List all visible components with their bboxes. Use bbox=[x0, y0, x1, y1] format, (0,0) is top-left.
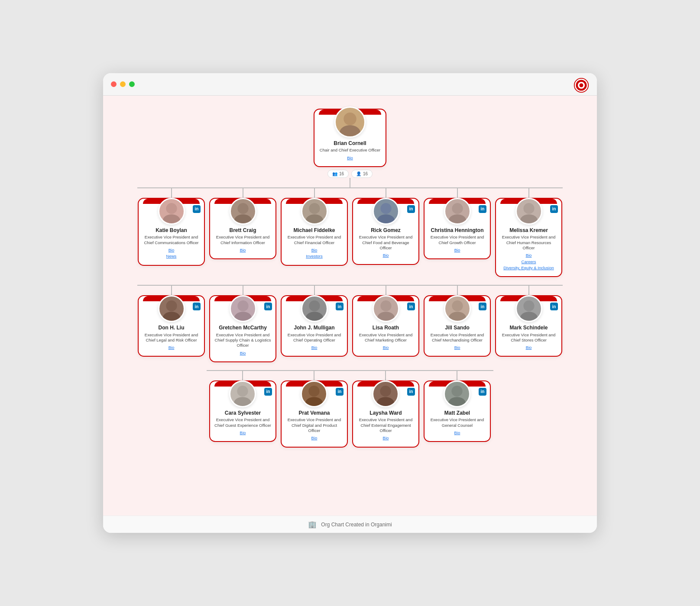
avatar-katie-boylan bbox=[158, 198, 185, 225]
vert-line-katie bbox=[171, 188, 172, 198]
name-laysha-ward: Laysha Ward bbox=[369, 410, 402, 416]
linkedin-badge-mark[interactable]: in bbox=[550, 303, 558, 310]
title-gretchen-mccarthy: Executive Vice President and Chief Suppl… bbox=[214, 332, 271, 348]
link-careers-melissa[interactable]: Careers bbox=[522, 259, 536, 265]
card-jill-sando: in Jill Sando Executive Vice President a… bbox=[424, 295, 491, 357]
col-michael-fiddelke: Michael Fiddelke Executive Vice Presiden… bbox=[281, 188, 348, 266]
link-bio-melissa[interactable]: Bio bbox=[526, 252, 532, 258]
level1-row: in Katie Boylan Executive Vice President… bbox=[119, 188, 581, 277]
svg-point-34 bbox=[380, 386, 391, 396]
card-prat-vemana: in Prat Vemana Executive Vice President … bbox=[281, 380, 348, 448]
svg-point-20 bbox=[237, 300, 248, 311]
linkedin-badge-don[interactable]: in bbox=[193, 303, 201, 310]
avatar-cara-sylvester bbox=[229, 380, 256, 407]
footer-bar: 🏢 Org Chart Created in Organimi bbox=[103, 516, 597, 533]
avatar-melissa-kremer bbox=[515, 198, 542, 225]
linkedin-badge-gretchen[interactable]: in bbox=[264, 303, 272, 310]
name-brett-craig: Brett Craig bbox=[229, 227, 256, 233]
avatar-lisa-roath bbox=[373, 295, 399, 322]
top-node-wrapper: Brian Cornell Chair and Chief Executive … bbox=[314, 109, 386, 178]
linkedin-badge-christina[interactable]: in bbox=[479, 205, 486, 213]
col-christina-hennington: in Christina Hennington Executive Vice P… bbox=[424, 188, 491, 259]
link-bio-don[interactable]: Bio bbox=[169, 345, 175, 351]
avatar-michael-fiddelke bbox=[301, 198, 328, 225]
level2-row: in Don H. Liu Executive Vice President a… bbox=[119, 286, 581, 362]
avatar-mark-schindele bbox=[515, 295, 542, 322]
svg-point-11 bbox=[306, 214, 323, 225]
title-katie-boylan: Executive Vice President and Chief Commu… bbox=[143, 235, 200, 245]
linkedin-badge-prat[interactable]: in bbox=[336, 388, 344, 396]
col-mark-schindele: in Mark Schindele Executive Vice Preside… bbox=[495, 286, 562, 357]
svg-point-31 bbox=[234, 397, 252, 407]
linkedin-badge-matt[interactable]: in bbox=[479, 388, 486, 396]
link-bio-michael[interactable]: Bio bbox=[311, 247, 318, 253]
linkedin-badge-rick[interactable]: in bbox=[407, 205, 415, 213]
card-matt-zabel: in Matt Zabel Executive Vice President a… bbox=[424, 380, 491, 442]
linkedin-badge-jill[interactable]: in bbox=[479, 303, 486, 310]
linkedin-badge-cara[interactable]: in bbox=[264, 388, 272, 396]
name-lisa-roath: Lisa Roath bbox=[373, 325, 399, 331]
card-brian-cornell: Brian Cornell Chair and Chief Executive … bbox=[314, 109, 386, 167]
title-brian-cornell: Chair and Chief Executive Officer bbox=[320, 148, 380, 153]
linkedin-badge-john[interactable]: in bbox=[336, 303, 344, 310]
team-count: 16 bbox=[339, 171, 344, 176]
maximize-dot[interactable] bbox=[129, 81, 135, 87]
vert-line-christina bbox=[457, 188, 458, 198]
card-katie-boylan: in Katie Boylan Executive Vice President… bbox=[138, 198, 205, 266]
avatar-christina-hennington bbox=[444, 198, 471, 225]
direct-count-badge: 👤 16 bbox=[351, 170, 373, 178]
minimize-dot[interactable] bbox=[120, 81, 126, 87]
col-melissa-kremer: in Melissa Kremer Executive Vice Preside… bbox=[495, 188, 562, 277]
svg-point-29 bbox=[520, 312, 538, 322]
name-jill-sando: Jill Sando bbox=[445, 325, 470, 331]
link-bio-katie[interactable]: Bio bbox=[169, 247, 175, 253]
link-bio-matt[interactable]: Bio bbox=[454, 430, 460, 436]
title-john-mulligan: Executive Vice President and Chief Opera… bbox=[286, 332, 343, 343]
vert-line-melissa bbox=[528, 188, 529, 198]
card-rick-gomez: in Rick Gomez Executive Vice President a… bbox=[352, 198, 419, 265]
avatar-laysha-ward bbox=[372, 380, 399, 407]
card-laysha-ward: in Laysha Ward Executive Vice President … bbox=[352, 380, 419, 448]
svg-point-35 bbox=[377, 397, 395, 407]
svg-point-10 bbox=[309, 203, 320, 214]
svg-point-6 bbox=[166, 203, 177, 214]
col-don-liu: in Don H. Liu Executive Vice President a… bbox=[138, 286, 205, 357]
name-rick-gomez: Rick Gomez bbox=[371, 227, 401, 233]
link-news-katie[interactable]: News bbox=[166, 253, 177, 259]
level3-connector-area: in Cara Sylvester Executive Vice Preside… bbox=[119, 370, 581, 448]
vert-line-michael bbox=[314, 188, 315, 198]
link-bio-rick[interactable]: Bio bbox=[383, 252, 389, 258]
link-bio-mark[interactable]: Bio bbox=[526, 345, 532, 351]
link-bio-gretchen[interactable]: Bio bbox=[240, 350, 246, 356]
card-cara-sylvester: in Cara Sylvester Executive Vice Preside… bbox=[209, 380, 276, 442]
linkedin-badge-katie[interactable]: in bbox=[193, 205, 201, 213]
svg-point-30 bbox=[237, 386, 248, 396]
col-laysha-ward: in Laysha Ward Executive Vice President … bbox=[352, 371, 419, 448]
link-bio-brian-cornell[interactable]: Bio bbox=[347, 155, 353, 161]
title-matt-zabel: Executive Vice President and General Cou… bbox=[429, 417, 486, 428]
link-bio-christina[interactable]: Bio bbox=[454, 247, 460, 253]
link-investors-michael[interactable]: Investors bbox=[306, 253, 323, 259]
link-dei-melissa[interactable]: Diversity, Equity & Inclusion bbox=[503, 265, 554, 271]
vert-line-rick bbox=[386, 188, 386, 198]
footer-text: Org Chart Created in Organimi bbox=[321, 522, 392, 528]
connector-top-to-level1 bbox=[350, 178, 350, 187]
link-bio-jill[interactable]: Bio bbox=[454, 345, 460, 351]
svg-point-15 bbox=[449, 214, 466, 225]
col-jill-sando: in Jill Sando Executive Vice President a… bbox=[424, 286, 491, 357]
col-katie-boylan: in Katie Boylan Executive Vice President… bbox=[138, 188, 205, 266]
svg-point-18 bbox=[166, 300, 177, 311]
close-dot[interactable] bbox=[111, 81, 117, 87]
link-bio-laysha[interactable]: Bio bbox=[383, 435, 389, 441]
svg-point-14 bbox=[452, 203, 463, 214]
link-bio-brett[interactable]: Bio bbox=[240, 247, 246, 253]
link-bio-cara[interactable]: Bio bbox=[240, 430, 246, 436]
card-mark-schindele: in Mark Schindele Executive Vice Preside… bbox=[495, 295, 562, 357]
link-bio-prat[interactable]: Bio bbox=[311, 435, 318, 441]
linkedin-badge-melissa[interactable]: in bbox=[550, 205, 558, 213]
link-bio-john[interactable]: Bio bbox=[311, 345, 318, 351]
linkedin-badge-laysha[interactable]: in bbox=[407, 388, 415, 396]
linkedin-badge-lisa[interactable]: in bbox=[407, 303, 415, 310]
link-bio-lisa[interactable]: Bio bbox=[383, 345, 389, 351]
title-jill-sando: Executive Vice President and Chief Merch… bbox=[429, 332, 486, 343]
